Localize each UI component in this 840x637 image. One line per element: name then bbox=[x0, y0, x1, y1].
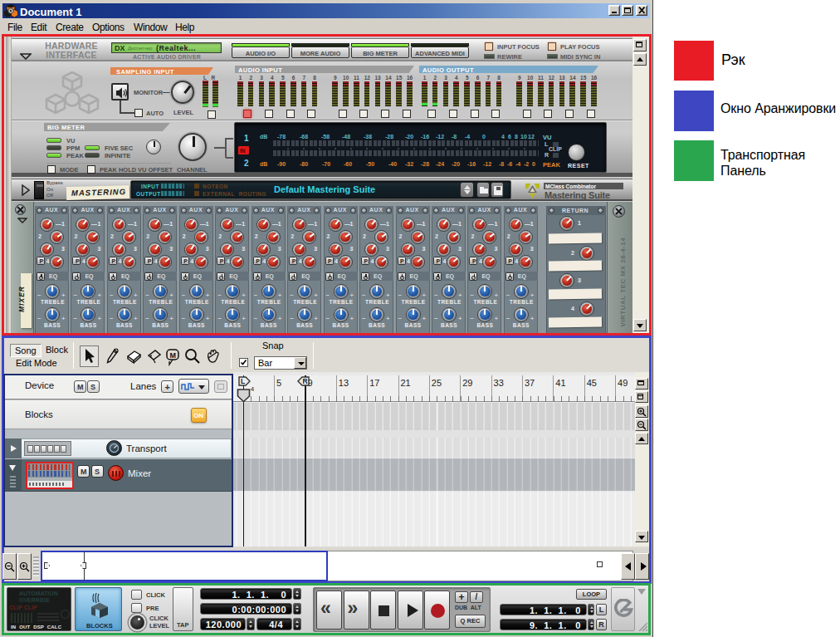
svg-text:R: R bbox=[303, 377, 308, 385]
svg-text:L: L bbox=[241, 377, 245, 385]
svg-text:M: M bbox=[170, 351, 177, 360]
